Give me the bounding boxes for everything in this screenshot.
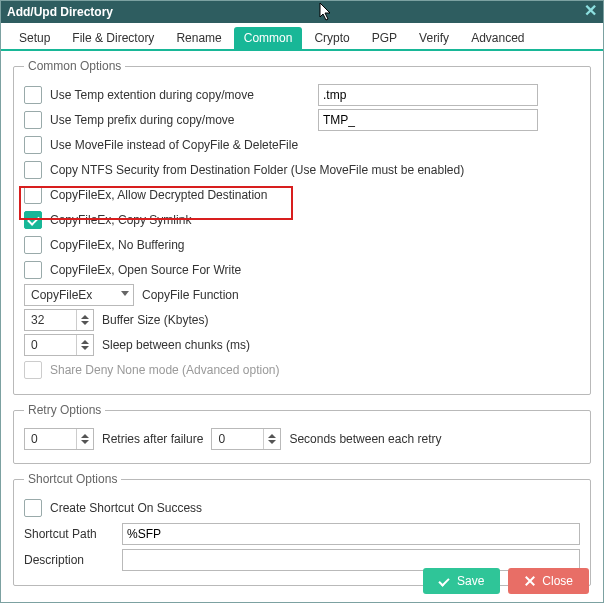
tab-common[interactable]: Common [234, 27, 303, 49]
spin-seconds[interactable]: 0 [211, 428, 281, 450]
client-area: Common Options Use Temp extention during… [1, 51, 603, 586]
lbl-create-shortcut: Create Shortcut On Success [50, 501, 202, 515]
lbl-ntfs: Copy NTFS Security from Destination Fold… [50, 163, 464, 177]
titlebar: Add/Upd Directory ✕ [1, 1, 603, 23]
tab-rename[interactable]: Rename [166, 27, 231, 49]
tab-crypto[interactable]: Crypto [304, 27, 359, 49]
tab-strip: Setup File & Directory Rename Common Cry… [1, 23, 603, 51]
chk-temp-prefix[interactable] [24, 111, 42, 129]
spinner-arrows-icon[interactable] [76, 310, 93, 330]
window-title: Add/Upd Directory [7, 5, 113, 19]
tab-advanced[interactable]: Advanced [461, 27, 534, 49]
lbl-sleep: Sleep between chunks (ms) [102, 338, 250, 352]
lbl-description: Description [24, 553, 114, 567]
spinner-arrows-icon[interactable] [76, 429, 93, 449]
lbl-shortcut-path: Shortcut Path [24, 527, 114, 541]
check-icon [439, 575, 451, 587]
chk-decrypted[interactable] [24, 186, 42, 204]
chk-ntfs[interactable] [24, 161, 42, 179]
save-button-label: Save [457, 574, 484, 588]
lbl-decrypted: CopyFileEx, Allow Decrypted Destination [50, 188, 267, 202]
lbl-movefile: Use MoveFile instead of CopyFile & Delet… [50, 138, 298, 152]
lbl-seconds: Seconds between each retry [289, 432, 441, 446]
lbl-share-deny: Share Deny None mode (Advanced option) [50, 363, 279, 377]
close-icon[interactable]: ✕ [584, 3, 597, 19]
input-shortcut-path[interactable] [122, 523, 580, 545]
lbl-retries: Retries after failure [102, 432, 203, 446]
spin-sleep[interactable]: 0 [24, 334, 94, 356]
combo-copyfunc[interactable]: CopyFileEx [24, 284, 134, 306]
lbl-buffer-size: Buffer Size (Kbytes) [102, 313, 209, 327]
common-options-group: Common Options Use Temp extention during… [13, 59, 591, 395]
shortcut-options-legend: Shortcut Options [24, 472, 121, 486]
tab-setup[interactable]: Setup [9, 27, 60, 49]
save-button[interactable]: Save [423, 568, 500, 594]
spin-sleep-value: 0 [31, 338, 76, 352]
chevron-down-icon [121, 291, 129, 296]
spin-buffer-size-value: 32 [31, 313, 76, 327]
chk-share-deny [24, 361, 42, 379]
chk-symlink[interactable] [24, 211, 42, 229]
chk-nobuffer[interactable] [24, 236, 42, 254]
retry-options-legend: Retry Options [24, 403, 105, 417]
lbl-opensource: CopyFileEx, Open Source For Write [50, 263, 241, 277]
input-temp-ext[interactable] [318, 84, 538, 106]
close-button[interactable]: Close [508, 568, 589, 594]
lbl-copyfunc: CopyFile Function [142, 288, 239, 302]
tab-verify[interactable]: Verify [409, 27, 459, 49]
tab-file-directory[interactable]: File & Directory [62, 27, 164, 49]
lbl-temp-prefix: Use Temp prefix during copy/move [50, 113, 310, 127]
dialog-window: Add/Upd Directory ✕ Setup File & Directo… [0, 0, 604, 603]
x-icon [524, 575, 536, 587]
chk-temp-ext[interactable] [24, 86, 42, 104]
footer-buttons: Save Close [423, 568, 589, 594]
close-button-label: Close [542, 574, 573, 588]
chk-create-shortcut[interactable] [24, 499, 42, 517]
spin-seconds-value: 0 [218, 432, 263, 446]
spinner-arrows-icon[interactable] [263, 429, 280, 449]
spin-retries[interactable]: 0 [24, 428, 94, 450]
chk-movefile[interactable] [24, 136, 42, 154]
retry-options-group: Retry Options 0 Retries after failure 0 … [13, 403, 591, 464]
tab-pgp[interactable]: PGP [362, 27, 407, 49]
spin-buffer-size[interactable]: 32 [24, 309, 94, 331]
spinner-arrows-icon[interactable] [76, 335, 93, 355]
input-temp-prefix[interactable] [318, 109, 538, 131]
lbl-temp-ext: Use Temp extention during copy/move [50, 88, 310, 102]
common-options-legend: Common Options [24, 59, 125, 73]
lbl-symlink: CopyFileEx, Copy Symlink [50, 213, 191, 227]
lbl-nobuffer: CopyFileEx, No Buffering [50, 238, 185, 252]
spin-retries-value: 0 [31, 432, 76, 446]
combo-copyfunc-value: CopyFileEx [31, 288, 92, 302]
chk-opensource[interactable] [24, 261, 42, 279]
